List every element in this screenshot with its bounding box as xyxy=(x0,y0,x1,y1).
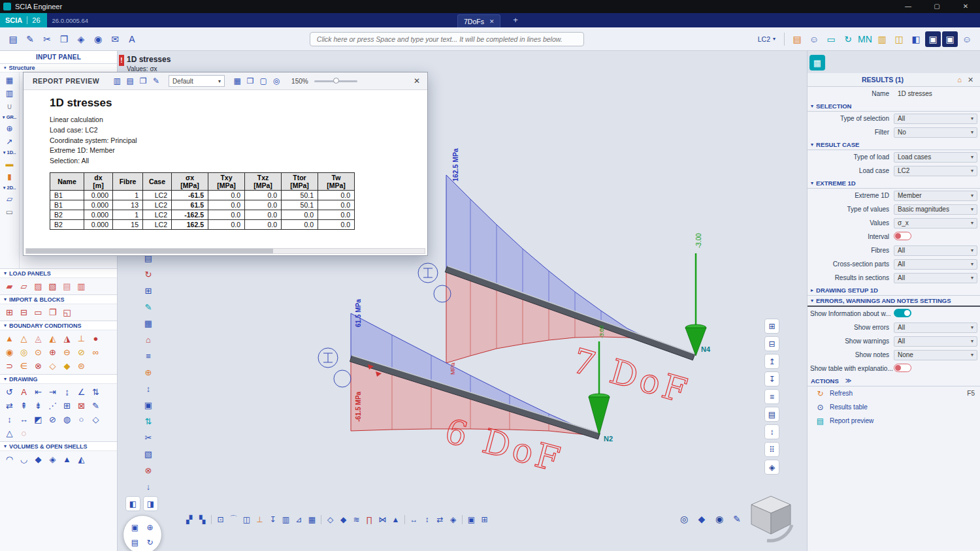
delete-icon[interactable]: ⊗ xyxy=(141,462,155,479)
table-view-icon[interactable]: ▤ xyxy=(764,407,779,422)
resize-horizontal-icon[interactable]: ↔ xyxy=(18,413,30,426)
clipping-box-icon[interactable]: ▣ xyxy=(465,513,478,526)
show-labels-icon[interactable]: ▥ xyxy=(280,513,292,526)
results-in-sections-select[interactable]: All▾ xyxy=(894,273,977,283)
friction-icon[interactable]: ⊜ xyxy=(75,360,88,372)
full-screen-icon[interactable]: ⊞ xyxy=(478,513,491,526)
section-header-drawing-setup-1d[interactable]: ▸ DRAWING SETUP 1D xyxy=(808,285,980,296)
new-project-icon[interactable]: ▤ xyxy=(5,31,21,47)
scale-down-icon[interactable]: ↧ xyxy=(764,371,779,386)
pin-icon[interactable]: ⌂ xyxy=(954,76,965,84)
section-header-selection[interactable]: ▾ SELECTION xyxy=(808,101,980,112)
hatch-display-icon[interactable]: ▧ xyxy=(141,446,155,462)
show-supports-icon[interactable]: ⊥ xyxy=(253,513,266,526)
load-panel-plate-icon[interactable]: ▰ xyxy=(3,280,16,292)
redraw-icon[interactable]: ↻ xyxy=(141,266,155,283)
sketch-icon[interactable]: ✎ xyxy=(90,400,102,412)
add-user-icon[interactable]: ☺ xyxy=(806,31,822,47)
section-header-volumes-open-shells[interactable]: ▾ VOLUMES & OPEN SHELLS xyxy=(0,441,117,451)
engineering-report-icon[interactable]: ▥ xyxy=(874,31,890,47)
dimension-right-icon[interactable]: ⇥ xyxy=(46,386,59,398)
attachments-icon[interactable]: ◫ xyxy=(891,31,907,47)
panel-toggle-input-icon[interactable]: ▣ xyxy=(925,31,941,47)
show-reactions-icon[interactable]: ▲ xyxy=(389,513,402,526)
quick-table-icon[interactable]: ▤ xyxy=(131,538,139,547)
level-dimension-icon[interactable]: ⇅ xyxy=(90,386,102,398)
section-label-2d[interactable]: ▾ 2D.. xyxy=(2,184,18,191)
command-input[interactable] xyxy=(310,32,584,46)
storey-grid-icon[interactable]: ▥ xyxy=(2,87,18,99)
clipboard-icon[interactable]: ▤ xyxy=(789,31,805,47)
view-y-icon[interactable]: ↕ xyxy=(421,513,433,526)
cross-section-parts-select[interactable]: All▾ xyxy=(894,259,977,270)
load-panel-wall-icon[interactable]: ▱ xyxy=(18,280,30,292)
shell-dome-icon[interactable]: ◡ xyxy=(18,453,30,465)
circle-slash-icon[interactable]: ⊘ xyxy=(46,413,59,426)
action-results-table[interactable]: ⊙ Results table xyxy=(808,400,980,414)
solid-prism-icon[interactable]: ◈ xyxy=(46,453,59,465)
type-of-load-select[interactable]: Load cases▾ xyxy=(894,152,977,163)
borehole-icon[interactable]: ∈ xyxy=(18,360,30,372)
quick-rotate-icon[interactable]: ↻ xyxy=(146,538,153,547)
page-settings-icon[interactable]: ▥ xyxy=(110,74,123,87)
copy-paste-icon[interactable]: ❐ xyxy=(56,31,72,47)
support-roller-icon[interactable]: ◭ xyxy=(46,332,59,345)
measure-icon[interactable]: ▭ xyxy=(823,31,839,47)
show-deformed-icon[interactable]: ⋈ xyxy=(376,513,389,526)
edit-icon[interactable]: ✎ xyxy=(141,299,155,315)
layout-icon[interactable]: ◧ xyxy=(908,31,924,47)
grid-point-icon[interactable]: ⊕ xyxy=(2,123,18,134)
spring-icon[interactable]: ◎ xyxy=(18,346,30,358)
axis-arrow-icon[interactable]: ↗ xyxy=(2,136,18,147)
show-grid-icon[interactable]: ▦ xyxy=(306,513,318,526)
edit-template-icon[interactable]: ✎ xyxy=(150,74,163,87)
results-dock-icon[interactable]: ▦ xyxy=(809,55,825,71)
report-zoom-slider[interactable] xyxy=(314,80,357,82)
report-template-select[interactable]: Default ▾ xyxy=(169,75,225,87)
load-case-select[interactable]: LC2▾ xyxy=(894,166,977,176)
section-header-drawing[interactable]: ▾ DRAWING xyxy=(0,374,117,384)
report-preview-window[interactable]: REPORT PREVIEW ▥▤❐✎ Default ▾ ▦❒▢◎ 150% … xyxy=(23,72,428,256)
load-panel-roof-icon[interactable]: ▨ xyxy=(32,280,44,292)
zoom-window-icon[interactable]: ◎ xyxy=(678,512,691,526)
home-view-icon[interactable]: ⌂ xyxy=(141,332,155,348)
import-dxf-icon[interactable]: ⊟ xyxy=(18,306,30,319)
snap-mode-icon[interactable]: ▚ xyxy=(196,513,208,526)
shell-arc-icon[interactable]: ◠ xyxy=(3,453,16,465)
quick-view-icon[interactable]: ▣ xyxy=(131,523,139,532)
support-fixed-icon[interactable]: ▲ xyxy=(3,332,16,345)
section-header-load-panels[interactable]: ▾ LOAD PANELS xyxy=(0,268,117,278)
hinge-line-icon[interactable]: ⊘ xyxy=(75,346,88,358)
result-display-icon[interactable]: ⊞ xyxy=(764,319,779,334)
support-hinged-icon[interactable]: △ xyxy=(18,332,30,345)
section-header-boundary-conditions[interactable]: ▾ BOUNDARY CONDITIONS xyxy=(0,321,117,330)
render-wire-icon[interactable]: ◇ xyxy=(324,513,336,526)
limit-force-icon[interactable]: ◆ xyxy=(61,360,73,372)
resize-vertical-icon[interactable]: ↕ xyxy=(3,413,16,426)
repaint-icon[interactable]: ✎ xyxy=(730,512,743,526)
undo-arc-icon[interactable]: ↺ xyxy=(3,386,16,398)
support-node-icon[interactable]: ● xyxy=(90,332,102,345)
add-node-icon[interactable]: ⊞ xyxy=(141,283,155,299)
mail-icon[interactable]: ✉ xyxy=(107,31,123,47)
dot-grid-icon[interactable]: ⠿ xyxy=(764,442,779,457)
section-label-grids[interactable]: ▾ GR.. xyxy=(2,114,18,121)
export-pdf-icon[interactable]: ❒ xyxy=(244,74,257,87)
section-label-1d[interactable]: ▾ 1D.. xyxy=(2,149,18,156)
document-icon[interactable]: ▢ xyxy=(257,74,270,87)
tensile-only-icon[interactable]: ⊗ xyxy=(32,360,44,372)
report-horizontal-scrollbar[interactable] xyxy=(25,248,425,254)
add-load-icon[interactable]: ⊕ xyxy=(141,364,155,381)
values-select[interactable]: σ_x▾ xyxy=(894,218,977,228)
swap-icon[interactable]: ⇅ xyxy=(141,413,155,430)
text-search-icon[interactable]: A xyxy=(124,31,140,47)
show-errors-select[interactable]: All▾ xyxy=(894,323,977,333)
minimize-button[interactable]: — xyxy=(894,0,923,13)
user-block-icon[interactable]: ▭ xyxy=(32,306,44,319)
show-surfaces-icon[interactable]: ◫ xyxy=(240,513,253,526)
section-header-import-blocks[interactable]: ▾ IMPORT & BLOCKS xyxy=(0,294,117,304)
quick-add-icon[interactable]: ⊕ xyxy=(146,523,153,532)
visibility-filter-icon[interactable]: ◉ xyxy=(713,512,726,526)
wedge-icon[interactable]: ◭ xyxy=(75,453,88,465)
corner-icon[interactable]: ◩ xyxy=(32,413,44,426)
